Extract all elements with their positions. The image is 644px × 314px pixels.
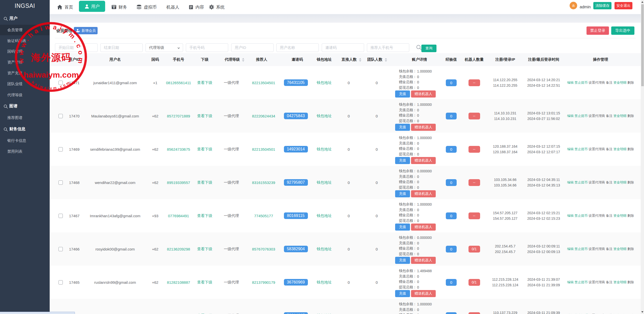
svg-text:¥: ¥	[113, 6, 115, 9]
